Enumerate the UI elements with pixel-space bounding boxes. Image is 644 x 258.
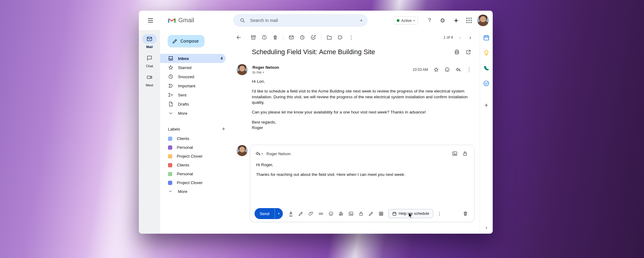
delete-trash-icon[interactable] — [270, 32, 280, 43]
draft-file-icon — [168, 101, 173, 107]
sender-avatar[interactable] — [237, 64, 248, 75]
apps-grid-dots — [466, 17, 472, 23]
send-button[interactable]: Send — [255, 208, 275, 219]
emoji-reaction-icon[interactable] — [442, 64, 452, 75]
insert-photo-icon[interactable] — [347, 210, 355, 218]
help-me-schedule-button[interactable]: Help me schedule — [388, 209, 433, 218]
attach-file-icon[interactable] — [307, 210, 315, 218]
move-to-folder-icon[interactable] — [324, 32, 334, 43]
label-color-chip — [168, 181, 172, 185]
sidebar-label-project-clover-2[interactable]: Project Clover — [160, 178, 226, 187]
insert-signature-icon[interactable] — [367, 210, 375, 218]
insert-table-icon[interactable] — [377, 210, 385, 218]
confidential-mode-icon[interactable] — [357, 210, 365, 218]
gemini-sparkle-icon[interactable] — [451, 15, 461, 26]
sidebar-item-starred[interactable]: Starred — [160, 63, 226, 72]
chat-bubble-icon[interactable] — [142, 53, 157, 63]
sidebar-label-clients-2[interactable]: Clients — [160, 161, 226, 169]
lock-icon[interactable] — [461, 149, 469, 158]
mark-unread-icon[interactable] — [286, 32, 296, 43]
main-menu-icon[interactable] — [145, 15, 156, 26]
search-options-caret-icon[interactable]: ▾ — [360, 19, 362, 23]
insert-image-icon[interactable] — [450, 149, 459, 158]
rail-item-meet[interactable]: Meet — [142, 72, 157, 87]
snooze-clock-icon — [168, 74, 173, 79]
rail-item-mail[interactable]: Mail — [142, 34, 157, 49]
formatting-options-icon[interactable]: A — [287, 210, 295, 218]
draft-body-line: Thanks for reaching out about the field … — [256, 172, 468, 177]
voice-phone-icon[interactable] — [483, 65, 490, 71]
insert-link-icon[interactable] — [317, 210, 325, 218]
sidebar-label-personal-2[interactable]: Personal — [160, 169, 226, 178]
sidebar-item-sent[interactable]: Sent — [160, 90, 226, 99]
show-side-panel-chevron-icon[interactable]: › — [485, 225, 487, 231]
support-icon[interactable]: ? — [424, 15, 435, 26]
reply-recipient-chip[interactable]: Roger Nelson — [266, 152, 291, 156]
formatting-toolbar: A — [287, 210, 385, 218]
schedule-calendar-icon — [392, 211, 397, 216]
desktop-wallpaper: Gmail Search in mail ▾ Active ▾ ? ⚙ — [0, 0, 644, 258]
keep-notes-icon[interactable] — [483, 50, 490, 56]
get-add-ons-plus-icon[interactable]: + — [485, 102, 488, 108]
labels-more-label: More — [178, 189, 187, 194]
sidebar-label-project-clover[interactable]: Project Clover — [160, 152, 226, 161]
reply-type-caret-icon[interactable]: ▾ — [262, 152, 263, 155]
send-options-caret-icon[interactable]: ▾ — [275, 208, 283, 219]
status-selector[interactable]: Active ▾ — [393, 16, 418, 25]
add-to-tasks-icon[interactable] — [308, 32, 318, 43]
status-caret-icon: ▾ — [413, 19, 415, 22]
toolbar-divider — [283, 34, 283, 40]
refine-draft-pen-icon[interactable] — [297, 210, 305, 218]
mail-envelope-icon[interactable] — [142, 34, 157, 44]
snooze-icon[interactable] — [297, 32, 307, 43]
labels-tag-icon[interactable] — [335, 32, 345, 43]
search-icon[interactable] — [239, 17, 246, 24]
composer-more-icon[interactable]: ⋮ — [436, 210, 444, 218]
print-icon[interactable] — [452, 47, 462, 57]
compose-button[interactable]: Compose — [168, 35, 204, 47]
settings-gear-icon[interactable]: ⚙ — [437, 15, 448, 26]
search-bar[interactable]: Search in mail ▾ — [233, 14, 368, 27]
account-avatar[interactable] — [477, 15, 489, 26]
rail-item-chat[interactable]: Chat — [142, 53, 157, 68]
calendar-icon[interactable] — [483, 34, 490, 41]
sidebar-item-more[interactable]: More — [160, 109, 226, 118]
recipient-text: to me — [252, 70, 262, 75]
gmail-logo: Gmail — [168, 17, 194, 24]
newer-chevron-left-icon[interactable]: ‹ — [455, 32, 465, 43]
report-spam-icon[interactable] — [259, 32, 269, 43]
older-chevron-right-icon[interactable]: › — [465, 32, 475, 43]
label-name: Project Clover — [177, 154, 203, 159]
discard-draft-trash-icon[interactable] — [461, 209, 470, 218]
google-apps-grid-icon[interactable] — [464, 15, 474, 26]
open-in-new-icon[interactable] — [463, 47, 474, 57]
create-label-plus-icon[interactable]: + — [222, 126, 225, 132]
archive-icon[interactable] — [248, 32, 259, 43]
toolbar-divider — [321, 34, 321, 40]
send-plane-icon — [168, 92, 173, 98]
search-input[interactable]: Search in mail — [250, 18, 356, 23]
send-split-button[interactable]: Send ▾ — [255, 208, 283, 219]
recipient-details-toggle[interactable]: to me ▾ — [252, 70, 279, 75]
reply-draft-text[interactable]: Hi Roger, Thanks for reaching out about … — [250, 159, 474, 185]
message-timestamp: 10:03 AM — [413, 68, 428, 72]
insert-emoji-icon[interactable] — [327, 210, 335, 218]
sidebar-label-personal[interactable]: Personal — [160, 143, 226, 152]
reply-icon[interactable] — [453, 64, 463, 75]
star-message-icon[interactable] — [431, 64, 441, 75]
back-to-inbox-icon[interactable] — [234, 32, 244, 43]
message-more-icon[interactable]: ⋮ — [464, 64, 474, 75]
insert-from-drive-icon[interactable] — [337, 210, 345, 218]
more-options-icon[interactable]: ⋮ — [346, 32, 356, 43]
sidebar-item-inbox[interactable]: Inbox 4 — [160, 54, 226, 63]
tasks-icon[interactable] — [483, 80, 490, 87]
sidebar-labels-more[interactable]: More — [160, 187, 226, 196]
reply-arrow-icon[interactable] — [255, 151, 261, 156]
label-name: Personal — [177, 172, 193, 176]
sidebar-item-important[interactable]: Important — [160, 81, 226, 90]
subject-row: Scheduling Field Visit: Acme Building Si… — [252, 47, 474, 57]
sidebar-item-snoozed[interactable]: Snoozed — [160, 72, 226, 81]
meet-camera-icon[interactable] — [142, 72, 157, 82]
sidebar-label-clients[interactable]: Clients — [160, 134, 226, 143]
sidebar-item-drafts[interactable]: Drafts — [160, 99, 226, 109]
